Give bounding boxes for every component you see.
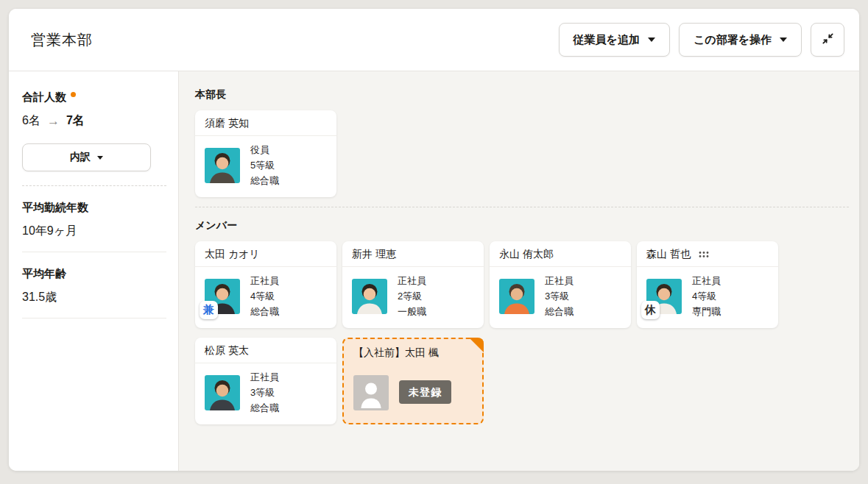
employee-card-body: 正社員2等級一般職 — [342, 267, 484, 328]
employee-name: 新井 理恵 — [352, 248, 396, 261]
avatar — [499, 279, 534, 314]
corner-fold-icon — [469, 338, 484, 352]
total-before: 6名 — [22, 113, 40, 129]
sidebar-dashed-divider — [22, 185, 166, 186]
employee-name-row: 松原 英太 — [195, 338, 336, 363]
arrow-right-icon: → — [47, 114, 60, 129]
detail-line: 2等級 — [398, 288, 426, 304]
total-count-label: 合計人数 — [22, 90, 166, 104]
collapse-button[interactable] — [811, 23, 844, 57]
detail-line: 正社員 — [692, 273, 721, 288]
detail-line: 総合職 — [545, 304, 574, 319]
employee-card[interactable]: 森山 哲也 休 正社員4等級専門職 — [637, 241, 778, 328]
employee-card[interactable]: 永山 侑太郎 正社員3等級総合職 — [490, 241, 631, 328]
members-grid: 太田 カオリ 兼 正社員4等級総合職 新井 理恵 正社員2等級一般職 永山 侑太… — [195, 241, 849, 424]
employee-name: 太田 カオリ — [205, 248, 260, 261]
breakdown-button[interactable]: 内訳 — [22, 143, 151, 171]
employee-details: 正社員3等級総合職 — [545, 273, 574, 319]
employee-photo — [205, 375, 240, 410]
employee-card-body: 休 正社員4等級専門職 — [637, 267, 778, 328]
sidebar-divider — [22, 318, 166, 318]
unregistered-badge: 未登録 — [399, 380, 451, 404]
detail-line: 4等級 — [250, 288, 279, 304]
chief-section-label: 本部長 — [195, 88, 849, 102]
detail-line: 正社員 — [250, 369, 279, 385]
total-count-value: 6名 → 7名 — [22, 113, 166, 129]
breakdown-label: 内訳 — [70, 151, 91, 164]
employee-card-body: 未登録 — [344, 365, 482, 423]
detail-line: 総合職 — [250, 304, 279, 319]
employee-card[interactable]: 太田 カオリ 兼 正社員4等級総合職 — [195, 241, 336, 328]
chevron-down-icon — [780, 38, 787, 42]
employee-name: 森山 哲也 — [646, 248, 691, 261]
add-employee-button[interactable]: 従業員を追加 — [559, 23, 670, 57]
avg-age-label: 平均年齢 — [22, 267, 166, 281]
employee-card[interactable]: 松原 英太 正社員3等級総合職 — [195, 338, 336, 424]
detail-line: 3等級 — [250, 385, 279, 400]
employee-photo — [499, 279, 534, 314]
avg-age-value: 31.5歳 — [22, 290, 166, 305]
chevron-down-icon — [648, 38, 655, 42]
detail-line: 正社員 — [250, 273, 279, 288]
chevron-down-icon — [97, 156, 103, 160]
employee-details: 役員5等級総合職 — [250, 142, 279, 188]
employee-card-body: 正社員3等級総合職 — [490, 267, 631, 328]
employee-name-row: 新井 理恵 — [342, 241, 484, 267]
department-actions-button[interactable]: この部署を操作 — [679, 23, 802, 57]
employee-card-body: 役員5等級総合職 — [195, 136, 336, 197]
detail-line: 4等級 — [692, 288, 721, 304]
avatar: 休 — [646, 279, 682, 314]
drag-handle-dots-icon[interactable] — [699, 251, 709, 258]
employee-name-row: 太田 カオリ — [195, 241, 336, 267]
avatar — [205, 375, 240, 410]
employee-name: 永山 侑太郎 — [499, 248, 554, 261]
section-dashed-divider — [195, 207, 849, 207]
avatar: 兼 — [205, 279, 240, 314]
detail-line: 専門職 — [692, 304, 721, 319]
employee-details: 未登録 — [399, 384, 451, 401]
detail-line: 正社員 — [398, 273, 426, 288]
employee-name: 須磨 英知 — [205, 117, 249, 130]
avg-tenure-label: 平均勤続年数 — [22, 201, 166, 215]
employee-card[interactable]: 須磨 英知 役員5等級総合職 — [195, 110, 336, 197]
panel-header: 営業本部 従業員を追加 この部署を操作 — [9, 9, 859, 71]
detail-line: 総合職 — [250, 400, 279, 416]
employee-card[interactable]: 新井 理恵 正社員2等級一般職 — [342, 241, 484, 328]
avatar — [205, 148, 240, 183]
status-mini-badge: 休 — [641, 301, 660, 319]
pending-employee-card[interactable]: 【入社前】太田 楓 未登録 — [342, 338, 484, 424]
collapse-icon — [822, 32, 834, 47]
employee-photo — [205, 148, 240, 183]
detail-line: 正社員 — [545, 273, 574, 288]
detail-line: 総合職 — [250, 173, 279, 188]
sidebar-divider — [22, 252, 166, 252]
avatar — [353, 375, 389, 410]
employee-name-row: 森山 哲也 — [637, 241, 778, 267]
org-chart-area: 本部長 須磨 英知 役員5等級総合職 メンバー 太田 カオリ 兼 正社員4等級総… — [179, 71, 859, 471]
employee-photo — [352, 279, 387, 314]
change-indicator-dot — [71, 92, 76, 97]
employee-name: 松原 英太 — [205, 344, 249, 357]
placeholder-avatar-icon — [353, 375, 389, 410]
department-panel: 営業本部 従業員を追加 この部署を操作 — [9, 9, 859, 471]
header-actions: 従業員を追加 この部署を操作 — [559, 23, 844, 57]
status-mini-badge: 兼 — [200, 301, 218, 319]
employee-name-row: 永山 侑太郎 — [490, 241, 631, 267]
members-section-label: メンバー — [195, 219, 849, 232]
employee-card-body: 兼 正社員4等級総合職 — [195, 267, 336, 328]
employee-details: 正社員4等級総合職 — [250, 273, 279, 319]
avg-tenure-value: 10年9ヶ月 — [22, 224, 166, 239]
employee-name-row: 【入社前】太田 楓 — [344, 339, 482, 365]
panel-body: 合計人数 6名 → 7名 内訳 平均勤続年数 10年9ヶ月 平均年齢 31.5歳… — [9, 71, 859, 471]
total-after: 7名 — [66, 113, 85, 129]
employee-name-row: 須磨 英知 — [195, 110, 336, 136]
employee-details: 正社員4等級専門職 — [692, 273, 721, 319]
chief-card-row: 須磨 英知 役員5等級総合職 — [195, 110, 849, 197]
stats-sidebar: 合計人数 6名 → 7名 内訳 平均勤続年数 10年9ヶ月 平均年齢 31.5歳 — [9, 71, 179, 471]
employee-details: 正社員2等級一般職 — [398, 273, 426, 319]
employee-details: 正社員3等級総合職 — [250, 369, 279, 416]
employee-name: 【入社前】太田 楓 — [353, 346, 439, 360]
detail-line: 5等級 — [250, 157, 279, 173]
avatar — [352, 279, 387, 314]
detail-line: 役員 — [250, 142, 279, 157]
